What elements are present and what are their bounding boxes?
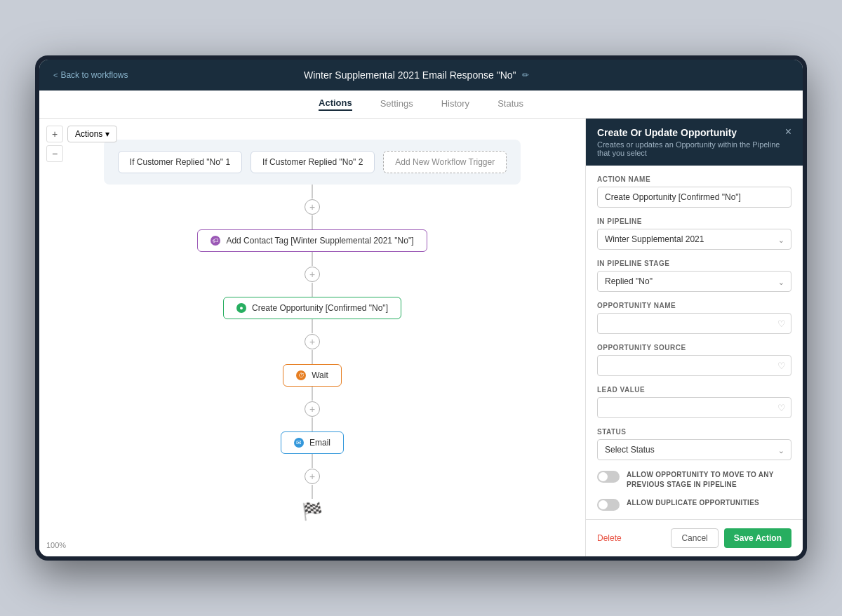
actions-dropdown: Actions ▾ bbox=[67, 126, 117, 142]
tag-node[interactable]: 🏷 Add Contact Tag [Winter Supplemental 2… bbox=[197, 229, 427, 252]
opportunity-source-icon: ♡ bbox=[777, 361, 786, 371]
email-node-label: Email bbox=[309, 438, 330, 448]
trigger-node-2[interactable]: If Customer Replied "No" 2 bbox=[250, 151, 375, 173]
wait-node-label: Wait bbox=[312, 370, 328, 380]
vline-3 bbox=[312, 252, 313, 266]
back-to-workflows[interactable]: Back to workflows bbox=[53, 70, 128, 80]
zoom-label: 100% bbox=[46, 541, 66, 549]
device-frame: Back to workflows Winter Supplemental 20… bbox=[35, 55, 807, 561]
actions-label: Actions bbox=[75, 129, 102, 139]
tag-node-label: Add Contact Tag [Winter Supplemental 202… bbox=[226, 236, 413, 246]
vline-7 bbox=[312, 387, 313, 401]
panel-footer: Delete Cancel Save Action bbox=[586, 519, 803, 556]
connector-4[interactable]: + bbox=[304, 401, 321, 417]
wait-node[interactable]: ⏱ Wait bbox=[283, 364, 342, 387]
connector-circle-5: + bbox=[305, 469, 320, 484]
opportunity-name-input[interactable] bbox=[597, 313, 791, 334]
vline-8 bbox=[312, 417, 313, 431]
status-select[interactable]: Select Status bbox=[597, 439, 791, 460]
tab-actions[interactable]: Actions bbox=[319, 98, 352, 111]
status-label: STATUS bbox=[597, 428, 791, 436]
opportunity-name-label: OPPORTUNITY NAME bbox=[597, 302, 791, 309]
toggle-1[interactable] bbox=[597, 471, 620, 483]
tab-status[interactable]: Status bbox=[497, 98, 523, 110]
in-pipeline-group: IN PIPELINE Winter Supplemental 2021 bbox=[597, 217, 791, 250]
workflow-canvas[interactable]: + − Actions ▾ 100% If Customer Replied "… bbox=[39, 119, 585, 556]
right-panel: Create Or Update Opportunity Creates or … bbox=[585, 119, 803, 556]
pipeline-stage-group: IN PIPELINE STAGE Replied "No" bbox=[597, 260, 791, 292]
app-container: Back to workflows Winter Supplemental 20… bbox=[39, 60, 803, 556]
toggle-2-row: ALLOW DUPLICATE OPPORTUNITIES bbox=[597, 498, 791, 511]
opportunity-source-input-wrapper: ♡ bbox=[597, 355, 791, 376]
opportunity-source-input[interactable] bbox=[597, 355, 791, 376]
panel-subtitle: Creates or updates an Opportunity within… bbox=[597, 140, 785, 157]
toggle-1-label: ALLOW OPPORTUNITY TO MOVE TO ANY PREVIOU… bbox=[627, 470, 791, 490]
email-icon: ✉ bbox=[294, 438, 304, 448]
panel-title: Create Or Update Opportunity bbox=[597, 127, 785, 138]
action-name-group: ACTION NAME bbox=[597, 175, 791, 208]
workflow-title-text: Winter Supplemental 2021 Email Response … bbox=[304, 69, 516, 81]
tab-bar: Actions Settings History Status bbox=[39, 91, 803, 119]
lead-value-input[interactable] bbox=[597, 397, 791, 418]
opportunity-node[interactable]: ● Create Opportunity [Confirmed "No"] bbox=[223, 297, 401, 319]
lead-value-group: LEAD VALUE ♡ bbox=[597, 386, 791, 418]
top-bar: Back to workflows Winter Supplemental 20… bbox=[39, 60, 803, 91]
connector-2[interactable]: + bbox=[304, 266, 321, 283]
tag-icon: 🏷 bbox=[210, 236, 220, 246]
in-pipeline-select[interactable]: Winter Supplemental 2021 bbox=[597, 229, 791, 250]
connector-1[interactable]: + bbox=[304, 199, 321, 215]
connector-circle-2: + bbox=[305, 267, 320, 282]
in-pipeline-label: IN PIPELINE bbox=[597, 217, 791, 225]
toggle-2[interactable] bbox=[597, 499, 620, 511]
in-pipeline-select-wrapper: Winter Supplemental 2021 bbox=[597, 229, 791, 250]
lead-value-icon: ♡ bbox=[777, 403, 786, 413]
vline-10 bbox=[312, 485, 313, 499]
lead-value-input-wrapper: ♡ bbox=[597, 397, 791, 418]
add-trigger-button[interactable]: Add New Workflow Trigger bbox=[383, 151, 507, 173]
edit-icon[interactable]: ✏ bbox=[522, 70, 529, 80]
panel-body: ACTION NAME IN PIPELINE Winter Supplemen… bbox=[586, 166, 803, 519]
workflow-title: Winter Supplemental 2021 Email Response … bbox=[304, 69, 529, 81]
workflow-content: If Customer Replied "No" 1 If Customer R… bbox=[39, 126, 585, 547]
actions-chevron-icon: ▾ bbox=[105, 129, 109, 139]
connector-circle-3: + bbox=[305, 334, 320, 349]
connector-circle-1: + bbox=[305, 199, 320, 215]
toggle-1-row: ALLOW OPPORTUNITY TO MOVE TO ANY PREVIOU… bbox=[597, 470, 791, 490]
actions-button[interactable]: Actions ▾ bbox=[67, 126, 117, 142]
opportunity-source-group: OPPORTUNITY SOURCE ♡ bbox=[597, 344, 791, 376]
panel-close-button[interactable]: × bbox=[785, 126, 791, 138]
connector-3[interactable]: + bbox=[304, 333, 321, 350]
vline-2 bbox=[312, 215, 313, 229]
connector-5[interactable]: + bbox=[304, 468, 321, 485]
footer-right: Cancel Save Action bbox=[671, 528, 791, 548]
status-select-wrapper: Select Status bbox=[597, 439, 791, 460]
pipeline-stage-label: IN PIPELINE STAGE bbox=[597, 260, 791, 267]
pipeline-stage-select[interactable]: Replied "No" bbox=[597, 271, 791, 292]
panel-header: Create Or Update Opportunity Creates or … bbox=[586, 119, 803, 166]
opportunity-name-icon: ♡ bbox=[777, 319, 786, 329]
connector-circle-4: + bbox=[305, 401, 320, 417]
opportunity-source-label: OPPORTUNITY SOURCE bbox=[597, 344, 791, 351]
opportunity-name-input-wrapper: ♡ bbox=[597, 313, 791, 334]
vline-6 bbox=[312, 350, 313, 364]
trigger-node-1[interactable]: If Customer Replied "No" 1 bbox=[118, 151, 242, 173]
finish-flag: 🏁 bbox=[302, 502, 323, 521]
pipeline-stage-select-wrapper: Replied "No" bbox=[597, 271, 791, 292]
status-group: STATUS Select Status bbox=[597, 428, 791, 460]
lead-value-label: LEAD VALUE bbox=[597, 386, 791, 394]
cancel-button[interactable]: Cancel bbox=[671, 528, 718, 548]
zoom-in-button[interactable]: + bbox=[46, 126, 63, 142]
action-name-label: ACTION NAME bbox=[597, 175, 791, 183]
save-action-button[interactable]: Save Action bbox=[724, 528, 791, 548]
opportunity-icon: ● bbox=[236, 303, 246, 313]
action-name-input[interactable] bbox=[597, 187, 791, 208]
tab-settings[interactable]: Settings bbox=[380, 98, 413, 110]
vline-1 bbox=[312, 185, 313, 199]
tab-history[interactable]: History bbox=[441, 98, 469, 110]
email-node[interactable]: ✉ Email bbox=[281, 431, 344, 454]
delete-button[interactable]: Delete bbox=[597, 533, 622, 543]
panel-header-text: Create Or Update Opportunity Creates or … bbox=[597, 127, 785, 157]
opportunity-node-label: Create Opportunity [Confirmed "No"] bbox=[252, 303, 388, 313]
wait-icon: ⏱ bbox=[296, 370, 306, 380]
zoom-out-button[interactable]: − bbox=[46, 145, 63, 162]
